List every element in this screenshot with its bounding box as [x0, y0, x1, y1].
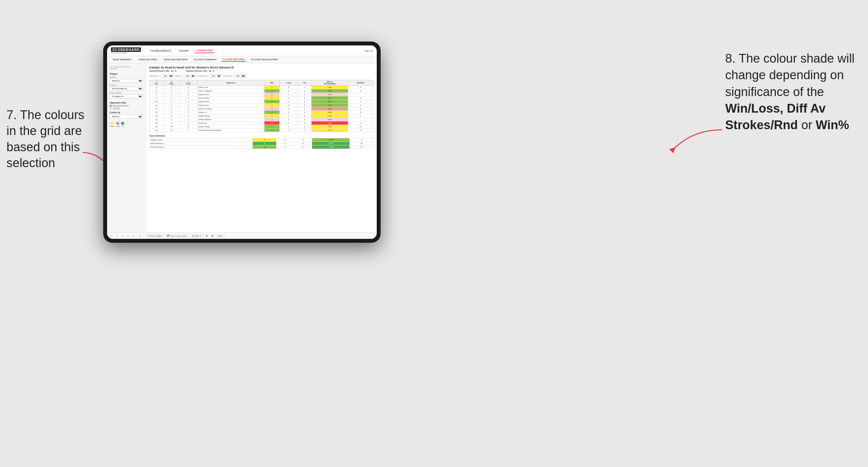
undo-btn[interactable]: ↩: [110, 234, 113, 237]
division-select[interactable]: NCAA Division III: [110, 87, 143, 91]
table-row: NCAA Division 2 5 0 0 7.400 10: [150, 145, 373, 149]
right-annotation-heading: 8. The colour shade will change dependin…: [725, 52, 855, 132]
top100-radio[interactable]: [110, 107, 112, 110]
player-rank-select[interactable]: 8. Katelyn Vo: [110, 94, 143, 98]
col-opponent: Opponent: [197, 80, 264, 86]
table-row: 311 Esther Lee 1 0 1 1.50 4: [150, 86, 373, 89]
colour-by-title: Colour by: [110, 111, 143, 114]
legend-level: Level: [116, 122, 120, 127]
table-row: 1822 Euna Lee 0 1 0 -5.00 2: [150, 121, 373, 125]
watch-btn[interactable]: 👁 Watch ▾: [190, 234, 203, 238]
conference-label: Conference: [197, 75, 207, 77]
legend-up: Up: [121, 122, 124, 127]
right-arrow: [667, 123, 725, 156]
opponents-filter-select[interactable]: (All): [161, 74, 174, 78]
player-section-title: Player: [110, 72, 143, 75]
logo-area: SCOREBOARD Powered by clippd: [111, 48, 141, 54]
out-of-division-label: Out of division: [149, 135, 373, 137]
table-row: 1621 Jessica Mason 1 2 0 -0.94: [150, 118, 373, 121]
col-diff: Diff AvStrokes/Rnd: [311, 80, 348, 86]
opponent-filter-label: Opponent: [223, 75, 232, 77]
toolbar-sep1: [144, 234, 144, 238]
table-row: 20106 Emily Chang 4 1 0 0.30 11: [150, 125, 373, 128]
back-btn[interactable]: ↩: [121, 234, 124, 237]
export-icon[interactable]: ⬒: [211, 234, 215, 237]
nav-sign-out[interactable]: Sign out: [364, 50, 373, 52]
timer-btn[interactable]: ⏱: [138, 235, 142, 237]
nav-committee[interactable]: COMMITTEE: [195, 49, 214, 53]
sidebar: Last Updated: 27/03/2024 16:55:38 Player…: [107, 63, 146, 232]
grid-btn[interactable]: ⊡: [126, 234, 130, 237]
bottom-toolbar: ↩ ↪ ↩ ⊡ ↺· ⏱ 👁 View: Original 💾 Save Cus…: [107, 232, 377, 239]
opponents-played-option[interactable]: Opponents Played: [110, 105, 143, 107]
opponents-played-radio[interactable]: [110, 105, 112, 107]
top-nav: SCOREBOARD Powered by clippd TOURNAMENTS…: [107, 45, 377, 56]
top100-option[interactable]: Top 100: [110, 107, 143, 110]
tablet-device: SCOREBOARD Powered by clippd TOURNAMENTS…: [103, 41, 381, 243]
conference-select[interactable]: (All): [209, 74, 222, 78]
tab-team-summary[interactable]: TEAM SUMMARY: [111, 58, 133, 61]
division-record: Division Record: 331 - 34 - 6: [186, 70, 214, 72]
share-icon[interactable]: ⬒: [205, 234, 209, 237]
gender-label: Gender: [110, 76, 143, 78]
table-row: 914 Sharon Mun 1 0 0 3.67 3: [150, 96, 373, 100]
opponent-view-radio-group: Opponents Played Top 100: [110, 105, 143, 110]
division-label: Division: [110, 84, 143, 86]
share-btn[interactable]: Share: [216, 234, 225, 238]
tablet-screen: SCOREBOARD Powered by clippd TOURNAMENTS…: [107, 45, 377, 239]
table-row: 522 Alexis Sudjianto 1 0 0 4.00 3: [150, 89, 373, 93]
view-original-btn[interactable]: 👁 View: Original: [146, 234, 164, 238]
table-row: 1063 Andrea York 2 0 0 4.00 4: [150, 100, 373, 103]
legend: Down Level Up: [110, 122, 143, 127]
logo-text: SCOREBOARD: [111, 48, 141, 52]
opponent-view-title: Opponent view: [110, 101, 143, 104]
table-row: 1112 Heejo Hyun 1 0 0 3.33 3: [150, 103, 373, 107]
save-custom-view-btn[interactable]: 💾 Save Custom View: [165, 234, 188, 238]
left-annotation: 7. The colours in the grid are based on …: [6, 107, 91, 172]
redo-btn[interactable]: ↪: [115, 234, 119, 237]
col-conf: #Conf: [180, 80, 197, 86]
overall-record: Overall Record: 353 - 34 - 6: [149, 70, 176, 72]
reset-btn[interactable]: ↺·: [132, 234, 136, 237]
data-area: Katelyn Vo Head-to-Head Grid for Women's…: [146, 63, 377, 232]
tab-team-h2h-grid[interactable]: TEAM H2H GRID: [137, 58, 158, 61]
tab-player-h2h-heatmap[interactable]: PLAYER H2H HEATMAP: [250, 58, 279, 61]
region-select[interactable]: (All): [183, 74, 196, 78]
table-row: NAIA Division 1 15 0 0 9.267 30: [150, 142, 373, 145]
table-row: 1311 Jessica Huang 0 1 0 -3.00 2: [150, 107, 373, 111]
legend-down-dot: [110, 122, 114, 125]
col-reg: #Reg: [163, 80, 180, 86]
main-data-table: #Div #Reg #Conf Opponent Win Loss Tie Di…: [149, 80, 373, 132]
table-row: 20117 Federica Domecq Lacroze 2 1 0 1.33…: [150, 128, 373, 132]
table-row: 1474 Eunice Yi 2 2 0 0.38 9: [150, 111, 373, 114]
logo-sub: Powered by clippd: [111, 52, 141, 54]
player-rank-label: Player (Rank): [110, 92, 143, 94]
opponent-select[interactable]: (All): [233, 74, 246, 78]
legend-down: Down: [110, 122, 114, 127]
right-annotation: 8. The colour shade will change dependin…: [725, 50, 862, 133]
legend-level-dot: [116, 122, 119, 125]
opponents-filter-label: Opponents:: [149, 75, 159, 77]
colour-by-select[interactable]: Win/loss: [110, 115, 143, 119]
col-loss: Loss: [280, 80, 298, 86]
record-row: Overall Record: 353 - 34 - 6 Division Re…: [149, 70, 373, 72]
col-tie: Tie: [298, 80, 311, 86]
second-nav: TEAM SUMMARY TEAM H2H GRID TEAM H2H HEAT…: [107, 56, 377, 63]
table-row: 1585 Stella Cheng 1 1 0 1.25 4: [150, 114, 373, 118]
tab-player-h2h-grid[interactable]: PLAYER H2H GRID: [222, 57, 246, 62]
table-header-row: #Div #Reg #Conf Opponent Win Loss Tie Di…: [150, 80, 373, 86]
table-row: Foreign Team 1 0 0 4.500 2: [150, 138, 373, 142]
left-annotation-text: 7. The colours in the grid are based on …: [6, 108, 84, 170]
nav-tournaments[interactable]: TOURNAMENTS: [149, 49, 172, 53]
filter-row: Opponents: (All) Region (All) Conference…: [149, 74, 373, 78]
col-win: Win: [264, 80, 280, 86]
tab-team-h2h-heatmap[interactable]: TEAM H2H HEATMAP: [162, 58, 189, 61]
out-of-division-table: Foreign Team 1 0 0 4.500 2 NAIA Division…: [149, 138, 373, 149]
nav-teams[interactable]: TEAMS: [178, 49, 190, 53]
tab-player-summary[interactable]: PLAYER SUMMARY: [193, 58, 218, 61]
col-div: #Div: [150, 80, 164, 86]
col-rounds: Rounds: [348, 80, 373, 86]
main-content: Last Updated: 27/03/2024 16:55:38 Player…: [107, 63, 377, 232]
gender-select[interactable]: Women's: [110, 79, 143, 83]
sidebar-timestamp: Last Updated: 27/03/2024 16:55:38: [110, 66, 143, 70]
